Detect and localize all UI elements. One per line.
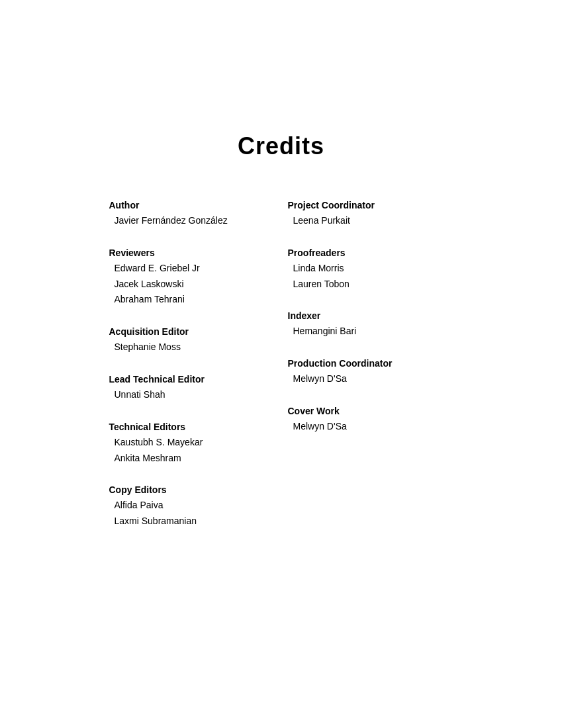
- credit-label-indexer: Indexer: [288, 310, 447, 321]
- credit-section-lead-technical-editor: Lead Technical EditorUnnati Shah: [109, 374, 268, 403]
- credit-label-proofreaders: Proofreaders: [288, 248, 447, 258]
- page-title: Credits: [238, 132, 324, 160]
- credit-section-proofreaders: ProofreadersLinda MorrisLauren Tobon: [288, 248, 447, 293]
- right-column: Project CoordinatorLeena PurkaitProofrea…: [288, 200, 447, 548]
- credit-label-production-coordinator: Production Coordinator: [288, 358, 447, 369]
- credit-name: Melwyn D'Sa: [288, 371, 447, 387]
- credit-label-reviewers: Reviewers: [109, 248, 268, 258]
- credit-section-reviewers: ReviewersEdward E. Griebel JrJacek Lasko…: [109, 248, 268, 308]
- credit-section-author: AuthorJavier Fernández González: [109, 200, 268, 229]
- credit-name: Alfida Paiva: [109, 498, 268, 514]
- credit-name: Unnati Shah: [109, 387, 268, 403]
- credit-section-project-coordinator: Project CoordinatorLeena Purkait: [288, 200, 447, 229]
- credit-name: Stephanie Moss: [109, 340, 268, 355]
- credit-label-copy-editors: Copy Editors: [109, 484, 268, 495]
- credit-section-acquisition-editor: Acquisition EditorStephanie Moss: [109, 326, 268, 355]
- credit-name: Javier Fernández González: [109, 213, 268, 229]
- left-column: AuthorJavier Fernández GonzálezReviewers…: [109, 200, 268, 548]
- credit-label-lead-technical-editor: Lead Technical Editor: [109, 374, 268, 385]
- credit-name: Ankita Meshram: [109, 451, 268, 467]
- credit-name: Edward E. Griebel Jr: [109, 261, 268, 277]
- credit-name: Laxmi Subramanian: [109, 514, 268, 529]
- credit-section-technical-editors: Technical EditorsKaustubh S. MayekarAnki…: [109, 422, 268, 467]
- credit-name: Linda Morris: [288, 261, 447, 277]
- credit-label-cover-work: Cover Work: [288, 406, 447, 416]
- credits-page: Credits AuthorJavier Fernández GonzálezR…: [0, 0, 562, 728]
- credit-name: Leena Purkait: [288, 213, 447, 229]
- credit-name: Melwyn D'Sa: [288, 419, 447, 435]
- credit-name: Jacek Laskowski: [109, 277, 268, 293]
- credit-section-copy-editors: Copy EditorsAlfida PaivaLaxmi Subramania…: [109, 484, 268, 529]
- credit-label-author: Author: [109, 200, 268, 210]
- credit-section-cover-work: Cover WorkMelwyn D'Sa: [288, 406, 447, 435]
- credit-label-acquisition-editor: Acquisition Editor: [109, 326, 268, 337]
- credit-label-project-coordinator: Project Coordinator: [288, 200, 447, 210]
- credit-name: Abraham Tehrani: [109, 292, 268, 308]
- credits-container: AuthorJavier Fernández GonzálezReviewers…: [109, 200, 453, 548]
- credit-name: Lauren Tobon: [288, 277, 447, 293]
- credit-name: Kaustubh S. Mayekar: [109, 435, 268, 451]
- credit-label-technical-editors: Technical Editors: [109, 422, 268, 432]
- credit-section-production-coordinator: Production CoordinatorMelwyn D'Sa: [288, 358, 447, 387]
- credit-name: Hemangini Bari: [288, 324, 447, 340]
- credit-section-indexer: IndexerHemangini Bari: [288, 310, 447, 340]
